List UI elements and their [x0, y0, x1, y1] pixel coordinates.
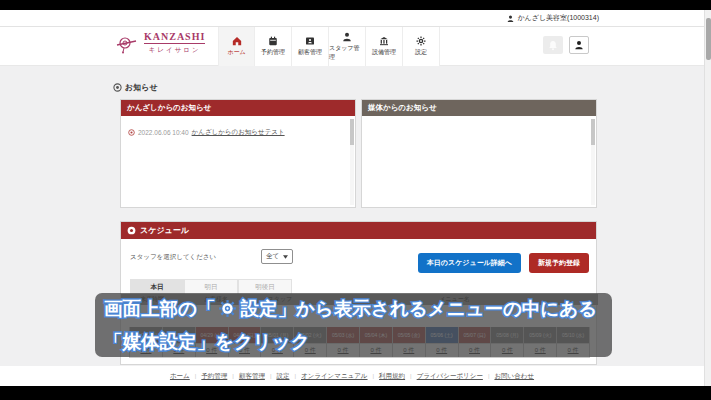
nav-tab-customers[interactable]: 顧客管理 — [292, 27, 329, 66]
footer-link[interactable]: 利用規約 — [379, 372, 405, 381]
footer-link[interactable]: 設定 — [276, 372, 289, 381]
logo-title: KANZASHI — [144, 31, 205, 44]
media-notices-header: 媒体からのお知らせ — [362, 100, 596, 116]
notice-badge-icon — [128, 129, 135, 136]
footer-link[interactable]: オンラインマニュアル — [301, 372, 368, 381]
instruction-line-1: 画面上部の「設定」から表示されるメニューの中にある — [104, 294, 603, 327]
kanzashi-mark-icon — [113, 83, 122, 92]
card-scrollbar[interactable] — [350, 119, 354, 205]
contact-card-icon — [305, 36, 315, 46]
footer-links: ホーム予約管理顧客管理設定オンラインマニュアル利用規約プライバシーポリシーお問い… — [170, 372, 534, 381]
tab-day-after[interactable]: 明後日 — [238, 279, 292, 294]
calendar-icon — [268, 36, 278, 46]
chevron-down-icon — [283, 255, 288, 259]
instruction-overlay: 画面上部の「設定」から表示されるメニューの中にある 「媒体設定」をクリック — [95, 293, 612, 357]
nav-tab-staff[interactable]: スタッフ管理 — [329, 27, 366, 66]
account-name: かんざし美容室(1000314) — [517, 13, 599, 23]
logo-text: KANZASHI キレイサロン — [144, 31, 205, 55]
account-menu-button[interactable] — [569, 36, 589, 54]
media-notices-card: 媒体からのお知らせ — [361, 99, 597, 208]
notice-link[interactable]: かんざしからのお知らせテスト — [192, 128, 285, 137]
building-icon — [379, 36, 389, 46]
footer-link-item: ホーム — [170, 372, 190, 381]
bell-icon — [548, 40, 558, 51]
tab-tomorrow[interactable]: 明日 — [184, 279, 238, 294]
account-info[interactable]: かんざし美容室(1000314) — [507, 13, 599, 23]
header-buttons — [543, 36, 589, 54]
main-nav: ホーム 予約管理 顧客管理 スタッフ管理 設備管理 — [218, 27, 440, 66]
footer-link-item: 顧客管理 — [227, 372, 265, 381]
schedule-actions: 本日のスケジュール詳細へ 新規予約登録 — [418, 253, 589, 273]
gear-icon — [218, 297, 237, 327]
account-strip: かんざし美容室(1000314) — [0, 10, 711, 27]
logo[interactable]: KANZASHI キレイサロン — [116, 31, 205, 55]
nav-tab-home[interactable]: ホーム — [218, 27, 255, 66]
person-icon — [342, 32, 352, 42]
letterbox-top — [0, 0, 711, 10]
notice-cards: かんざしからのお知らせ 2022.06.06 10:40 かんざしからのお知らせ… — [120, 99, 597, 208]
gear-icon — [416, 36, 426, 46]
staff-select-label: スタッフを選択してください — [130, 253, 216, 262]
today-schedule-detail-button[interactable]: 本日のスケジュール詳細へ — [418, 253, 521, 273]
kanzashi-notices-card: かんざしからのお知らせ 2022.06.06 10:40 かんざしからのお知らせ… — [120, 99, 356, 208]
notice-item: 2022.06.06 10:40 かんざしからのお知らせテスト — [121, 116, 355, 137]
kanzashi-mark-icon — [127, 226, 136, 235]
instruction-line-2: 「媒体設定」をクリック — [104, 327, 603, 357]
user-icon — [507, 15, 514, 22]
notices-section-title: お知らせ — [113, 82, 158, 93]
footer-link-item: 設定 — [265, 372, 290, 381]
nav-tab-settings[interactable]: 設定 — [403, 27, 440, 66]
footer-link-item: 予約管理 — [190, 372, 228, 381]
notice-datetime: 2022.06.06 10:40 — [138, 129, 189, 136]
schedule-header: スケジュール — [121, 222, 596, 239]
kanzashi-notices-header: かんざしからのお知らせ — [121, 100, 355, 116]
nav-tab-equipment[interactable]: 設備管理 — [366, 27, 403, 66]
letterbox-bottom — [0, 386, 711, 400]
day-tabs: 本日 明日 明後日 — [130, 279, 292, 294]
footer-link-item: お問い合わせ — [483, 372, 534, 381]
new-reservation-button[interactable]: 新規予約登録 — [529, 253, 589, 273]
logo-subtitle: キレイサロン — [149, 46, 201, 55]
footer-link[interactable]: 顧客管理 — [239, 372, 265, 381]
card-scrollbar[interactable] — [591, 119, 595, 205]
home-icon — [232, 36, 242, 46]
footer-link[interactable]: お問い合わせ — [494, 372, 534, 381]
navbar: KANZASHI キレイサロン ホーム 予約管理 顧客管理 — [0, 27, 704, 66]
video-frame: かんざし美容室(1000314) KANZASHI キレイサロン — [0, 0, 711, 400]
tab-today[interactable]: 本日 — [130, 279, 184, 294]
nav-tab-reservations[interactable]: 予約管理 — [255, 27, 292, 66]
schedule-body: スタッフを選択してください 全て 本日のスケジュール詳細へ 新規予約登録 本日 … — [121, 239, 596, 255]
footer-link-item: 利用規約 — [368, 372, 406, 381]
footer-link-item: オンラインマニュアル — [289, 372, 367, 381]
user-icon — [574, 40, 584, 50]
footer: ホーム予約管理顧客管理設定オンラインマニュアル利用規約プライバシーポリシーお問い… — [0, 366, 704, 386]
staff-select[interactable]: 全て — [261, 249, 293, 264]
footer-link-item: プライバシーポリシー — [405, 372, 483, 381]
footer-link[interactable]: プライバシーポリシー — [417, 372, 483, 381]
footer-link[interactable]: 予約管理 — [201, 372, 227, 381]
page-scrollbar[interactable] — [704, 10, 711, 386]
notifications-button[interactable] — [543, 36, 563, 54]
kanzashi-logo-icon — [116, 32, 140, 54]
footer-link[interactable]: ホーム — [170, 372, 190, 381]
